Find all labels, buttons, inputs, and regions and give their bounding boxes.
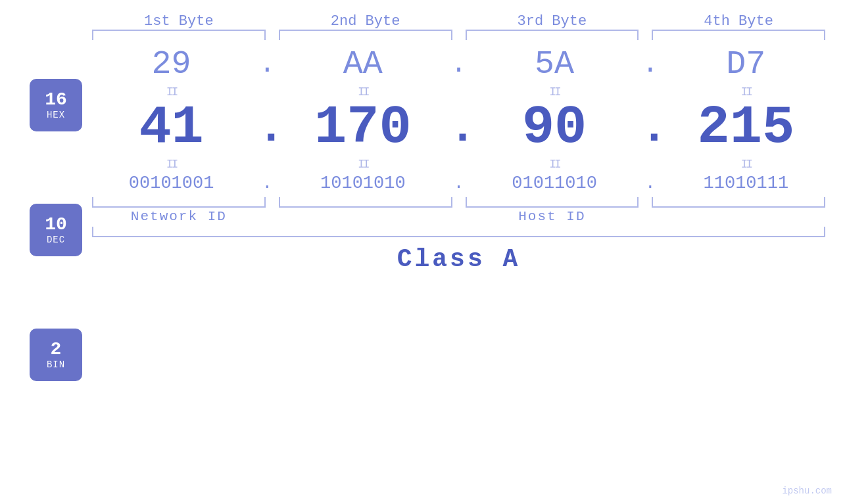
- dec-name: DEC: [47, 235, 65, 245]
- eq-4: II: [660, 85, 832, 99]
- dot-2: .: [449, 49, 469, 80]
- bottom-brackets: [85, 197, 845, 206]
- base-labels-panel: 16 HEX 10 DEC 2 BIN: [0, 0, 85, 504]
- watermark: ipshu.com: [782, 486, 832, 496]
- dec-cell-2: 170: [277, 101, 448, 155]
- id-labels-row: Network ID Host ID: [85, 209, 845, 224]
- bin-cell-1: 00101001: [85, 173, 257, 193]
- bot-bracket-3: [466, 197, 639, 206]
- page-container: 16 HEX 10 DEC 2 BIN 1st Byte 2nd Byte 3r…: [0, 0, 845, 504]
- eq-b-4: II: [660, 158, 832, 171]
- bin-cell-4: 11010111: [660, 173, 832, 193]
- bin-number: 2: [51, 340, 62, 360]
- top-bracket-4: [652, 30, 825, 39]
- class-label: Class A: [397, 245, 521, 273]
- dec-value-1: 41: [139, 97, 203, 158]
- dec-cell-4: 215: [660, 101, 832, 155]
- hex-name: HEX: [47, 110, 65, 120]
- dot-dec-2: .: [449, 103, 469, 154]
- eq-1: II: [85, 85, 257, 99]
- network-id-label: Network ID: [85, 209, 272, 224]
- hex-value-4: D7: [726, 45, 765, 83]
- dec-value-2: 170: [314, 97, 412, 158]
- bin-badge: 2 BIN: [30, 329, 82, 381]
- hex-value-2: AA: [343, 45, 383, 83]
- dec-value-4: 215: [698, 97, 795, 158]
- eq-row-2: II II II II: [85, 158, 845, 171]
- dec-badge: 10 DEC: [30, 204, 82, 256]
- eq-3: II: [469, 85, 640, 99]
- big-bracket: [92, 227, 825, 237]
- byte-header-3: 3rd Byte: [459, 13, 646, 30]
- byte-header-2: 2nd Byte: [272, 13, 459, 30]
- dec-cell-1: 41: [85, 101, 257, 155]
- right-panel: 1st Byte 2nd Byte 3rd Byte 4th Byte 29 .…: [85, 0, 845, 504]
- bin-name: BIN: [47, 359, 65, 370]
- top-brackets: [85, 30, 845, 39]
- hex-cell-1: 29: [85, 45, 257, 83]
- class-row: Class A: [85, 245, 845, 273]
- hex-row: 29 . AA . 5A . D7: [85, 45, 845, 83]
- dot-dec-3: .: [640, 103, 660, 154]
- big-bracket-row: [85, 227, 845, 237]
- top-bracket-1: [92, 30, 266, 39]
- hex-cell-4: D7: [660, 45, 832, 83]
- bin-value-4: 11010111: [704, 173, 789, 193]
- dot-1: .: [257, 49, 277, 80]
- bin-cell-2: 10101010: [277, 173, 448, 193]
- top-bracket-2: [279, 30, 452, 39]
- dec-row: 41 . 170 . 90 . 215: [85, 101, 845, 155]
- dot-3: .: [640, 49, 660, 80]
- bin-row: 00101001 . 10101010 . 01011010 . 1101011…: [85, 173, 845, 193]
- byte-header-1: 1st Byte: [85, 13, 272, 30]
- dot-bin-1: .: [257, 173, 277, 193]
- dec-cell-3: 90: [469, 101, 640, 155]
- dec-number: 10: [45, 215, 67, 235]
- host-id-label: Host ID: [272, 209, 832, 224]
- eq-b-3: II: [469, 158, 640, 171]
- dot-bin-3: .: [640, 173, 660, 193]
- dec-value-3: 90: [522, 97, 587, 158]
- bot-bracket-1: [92, 197, 266, 206]
- eq-2: II: [277, 85, 448, 99]
- eq-b-1: II: [85, 158, 257, 171]
- hex-badge: 16 HEX: [30, 79, 82, 131]
- hex-number: 16: [45, 90, 67, 110]
- bin-value-2: 10101010: [320, 173, 406, 193]
- bin-cell-3: 01011010: [469, 173, 640, 193]
- bot-bracket-2: [279, 197, 452, 206]
- bin-value-3: 01011010: [512, 173, 597, 193]
- top-bracket-3: [466, 30, 639, 39]
- hex-cell-2: AA: [277, 45, 448, 83]
- hex-value-1: 29: [152, 45, 191, 83]
- bot-bracket-4: [652, 197, 825, 206]
- eq-b-2: II: [277, 158, 448, 171]
- hex-cell-3: 5A: [469, 45, 640, 83]
- byte-headers-row: 1st Byte 2nd Byte 3rd Byte 4th Byte: [85, 0, 845, 30]
- hex-value-3: 5A: [535, 45, 574, 83]
- eq-row-1: II II II II: [85, 85, 845, 99]
- bin-value-1: 00101001: [129, 173, 214, 193]
- dot-bin-2: .: [449, 173, 469, 193]
- dot-dec-1: .: [257, 103, 277, 154]
- byte-header-4: 4th Byte: [645, 13, 832, 30]
